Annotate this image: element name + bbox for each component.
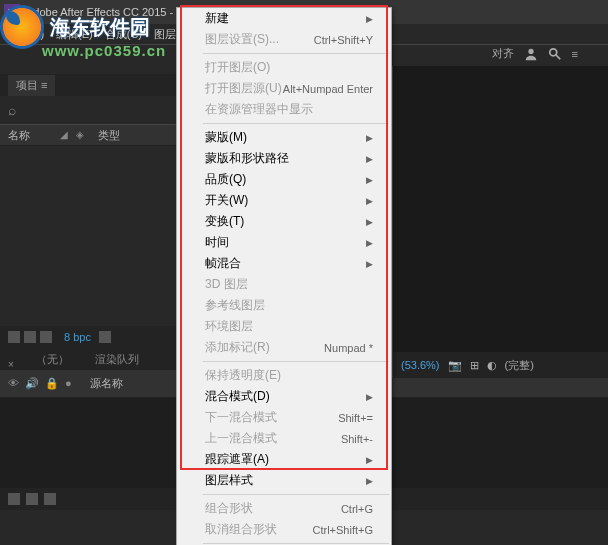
- new-folder-icon[interactable]: [40, 331, 52, 343]
- menu-item: 环境图层: [177, 316, 391, 337]
- menu-item-label: 下一混合模式: [205, 409, 277, 426]
- eye-icon[interactable]: 👁: [8, 377, 19, 390]
- mask-icon[interactable]: ◐: [487, 359, 497, 372]
- menu-item-label: 3D 图层: [205, 276, 248, 293]
- menu-item-label: 参考线图层: [205, 297, 265, 314]
- search-icon[interactable]: ⌕: [8, 102, 16, 118]
- menu-item-label: 环境图层: [205, 318, 253, 335]
- menu-shortcut: Numpad *: [324, 342, 373, 354]
- menu-item-label: 组合形状: [205, 500, 253, 517]
- submenu-arrow-icon: ▶: [366, 238, 373, 248]
- menu-separator: [203, 494, 389, 495]
- source-name-col[interactable]: 源名称: [90, 376, 123, 391]
- menu-item: 上一混合模式Shift+-: [177, 428, 391, 449]
- menu-shortcut: Shift+-: [341, 433, 373, 445]
- menu-item: 图层设置(S)...Ctrl+Shift+Y: [177, 29, 391, 50]
- new-bin-icon[interactable]: [8, 331, 20, 343]
- menu-item-label: 新建: [205, 10, 229, 27]
- menu-item[interactable]: 开关(W)▶: [177, 190, 391, 211]
- menu-item-label: 取消组合形状: [205, 521, 277, 538]
- speaker-icon[interactable]: 🔊: [25, 377, 39, 390]
- menu-item[interactable]: 帧混合▶: [177, 253, 391, 274]
- tab-project[interactable]: 项目 ≡: [8, 75, 55, 96]
- menu-shortcut: Shift+=: [338, 412, 373, 424]
- globe-icon: [0, 5, 44, 49]
- watermark-text: 海东软件园: [50, 14, 150, 41]
- menu-item-label: 品质(Q): [205, 171, 246, 188]
- toggle-a-icon[interactable]: [8, 493, 20, 505]
- submenu-arrow-icon: ▶: [366, 259, 373, 269]
- preview-footer: (53.6%) 📷 ⊞ ◐ (完整): [393, 352, 608, 378]
- menu-item[interactable]: 混合模式(D)▶: [177, 386, 391, 407]
- menu-item-label: 跟踪遮罩(A): [205, 451, 269, 468]
- menu-item[interactable]: 品质(Q)▶: [177, 169, 391, 190]
- chevron-icon: ◢: [60, 129, 72, 141]
- tab-render[interactable]: 渲染队列: [91, 349, 143, 370]
- menu-item: 在资源管理器中显示: [177, 99, 391, 120]
- menu-separator: [203, 123, 389, 124]
- menu-item[interactable]: 蒙版和形状路径▶: [177, 148, 391, 169]
- layer-context-menu: 新建▶图层设置(S)...Ctrl+Shift+Y打开图层(O)打开图层源(U)…: [176, 7, 392, 545]
- submenu-arrow-icon: ▶: [366, 196, 373, 206]
- camera-icon[interactable]: 📷: [448, 359, 462, 372]
- hamburger-icon[interactable]: ≡: [572, 48, 578, 60]
- trash-icon[interactable]: [99, 331, 111, 343]
- menu-item-label: 图层样式: [205, 472, 253, 489]
- person-icon[interactable]: [524, 47, 538, 61]
- submenu-arrow-icon: ▶: [366, 133, 373, 143]
- menu-item[interactable]: 跟踪遮罩(A)▶: [177, 449, 391, 470]
- submenu-arrow-icon: ▶: [366, 154, 373, 164]
- tag-icon: ◈: [76, 129, 88, 141]
- menu-item: 保持透明度(E): [177, 365, 391, 386]
- bpc-label[interactable]: 8 bpc: [64, 331, 91, 343]
- search-icon-tb[interactable]: [548, 47, 562, 61]
- dot-icon[interactable]: ●: [65, 377, 72, 390]
- svg-point-1: [549, 48, 556, 55]
- menu-item: 添加标记(R)Numpad *: [177, 337, 391, 358]
- svg-line-2: [555, 54, 559, 58]
- menu-shortcut: Ctrl+G: [341, 503, 373, 515]
- menu-item: 下一混合模式Shift+=: [177, 407, 391, 428]
- new-comp-icon[interactable]: [24, 331, 36, 343]
- toggle-b-icon[interactable]: [26, 493, 38, 505]
- menu-item-label: 蒙版和形状路径: [205, 150, 289, 167]
- menu-item-label: 打开图层(O): [205, 59, 270, 76]
- submenu-arrow-icon: ▶: [366, 476, 373, 486]
- menu-item[interactable]: 图层样式▶: [177, 470, 391, 491]
- menu-shortcut: Ctrl+Shift+G: [312, 524, 373, 536]
- submenu-arrow-icon: ▶: [366, 14, 373, 24]
- menu-item[interactable]: 蒙版(M)▶: [177, 127, 391, 148]
- menu-item-label: 图层设置(S)...: [205, 31, 279, 48]
- menu-item[interactable]: 时间▶: [177, 232, 391, 253]
- menu-item: 3D 图层: [177, 274, 391, 295]
- menu-item-label: 开关(W): [205, 192, 248, 209]
- close-tab-icon[interactable]: ×: [8, 359, 14, 370]
- col-icons: ◢ ◈: [60, 129, 88, 141]
- submenu-arrow-icon: ▶: [366, 175, 373, 185]
- menu-item-label: 上一混合模式: [205, 430, 277, 447]
- menu-item-label: 时间: [205, 234, 229, 251]
- menu-separator: [203, 361, 389, 362]
- align-label[interactable]: 对齐: [492, 46, 514, 61]
- submenu-arrow-icon: ▶: [366, 392, 373, 402]
- lock-icon[interactable]: 🔒: [45, 377, 59, 390]
- submenu-arrow-icon: ▶: [366, 217, 373, 227]
- tab-none[interactable]: （无）: [32, 349, 73, 370]
- menu-item: 参考线图层: [177, 295, 391, 316]
- menu-item[interactable]: 变换(T)▶: [177, 211, 391, 232]
- col-type[interactable]: 类型: [98, 128, 120, 143]
- grid-icon[interactable]: ⊞: [470, 359, 479, 372]
- res-label[interactable]: (完整): [505, 358, 534, 373]
- col-name[interactable]: 名称: [8, 128, 30, 143]
- toolbar-right: 对齐 ≡: [492, 46, 578, 61]
- zoom-pct[interactable]: (53.6%): [401, 359, 440, 371]
- svg-point-0: [528, 48, 533, 53]
- menu-item: 组合形状Ctrl+G: [177, 498, 391, 519]
- submenu-arrow-icon: ▶: [366, 455, 373, 465]
- toggle-c-icon[interactable]: [44, 493, 56, 505]
- menu-shortcut: Ctrl+Shift+Y: [314, 34, 373, 46]
- menu-item-label: 打开图层源(U): [205, 80, 282, 97]
- menu-item-label: 在资源管理器中显示: [205, 101, 313, 118]
- menu-item: 打开图层源(U)Alt+Numpad Enter: [177, 78, 391, 99]
- menu-item[interactable]: 新建▶: [177, 8, 391, 29]
